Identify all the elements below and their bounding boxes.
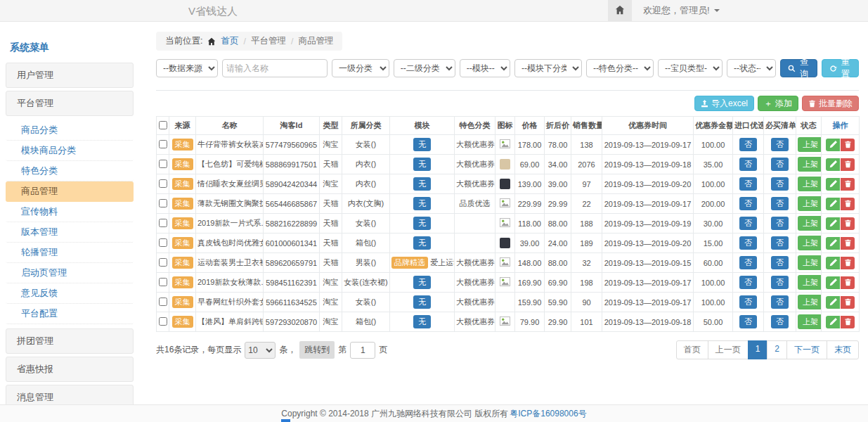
status-button[interactable]: 上架 bbox=[798, 314, 822, 329]
data-source-select[interactable]: --数据来源-- bbox=[156, 59, 218, 77]
row-checkbox[interactable] bbox=[159, 179, 167, 188]
must-buy-badge[interactable]: 否 bbox=[771, 315, 789, 328]
jump-button[interactable]: 跳转到 bbox=[299, 341, 335, 359]
must-buy-badge[interactable]: 否 bbox=[771, 177, 789, 191]
pager-button[interactable]: 末页 bbox=[827, 340, 859, 359]
sidebar-subitem[interactable]: 商品分类 bbox=[6, 120, 134, 141]
status-button[interactable]: 上架 bbox=[798, 216, 822, 231]
sidebar-subitem-active[interactable]: 商品管理 bbox=[6, 181, 134, 202]
home-button[interactable] bbox=[608, 0, 632, 21]
delete-button[interactable] bbox=[841, 198, 855, 210]
imported-badge[interactable]: 否 bbox=[739, 138, 757, 151]
status-button[interactable]: 上架 bbox=[798, 196, 822, 211]
status-button[interactable]: 上架 bbox=[798, 275, 822, 290]
must-buy-badge[interactable]: 否 bbox=[771, 295, 789, 309]
user-menu[interactable]: 欢迎您，管理员! bbox=[632, 4, 727, 17]
edit-button[interactable] bbox=[826, 198, 840, 210]
search-button[interactable]: 查询 bbox=[780, 59, 817, 77]
edit-button[interactable] bbox=[826, 158, 840, 171]
imported-badge[interactable]: 否 bbox=[739, 256, 757, 269]
status-select[interactable]: --状态-- bbox=[727, 59, 776, 77]
delete-button[interactable] bbox=[841, 139, 855, 151]
row-checkbox[interactable] bbox=[159, 160, 167, 168]
status-button[interactable]: 上架 bbox=[798, 295, 822, 309]
sidebar-subitem[interactable]: 宣传物料 bbox=[6, 202, 134, 222]
edit-button[interactable] bbox=[826, 276, 840, 289]
name-input[interactable] bbox=[222, 59, 328, 77]
sidebar-subitem[interactable]: 模块商品分类 bbox=[6, 141, 134, 161]
edit-button[interactable] bbox=[826, 316, 840, 328]
imported-badge[interactable]: 否 bbox=[739, 295, 757, 309]
sidebar-subitem[interactable]: 平台配置 bbox=[6, 304, 134, 324]
sidebar-subitem[interactable]: 特色分类 bbox=[6, 161, 134, 181]
row-checkbox[interactable] bbox=[159, 258, 167, 267]
delete-button[interactable] bbox=[841, 217, 855, 230]
pager-current-page[interactable]: 1 bbox=[748, 340, 768, 359]
select-all-checkbox[interactable] bbox=[159, 121, 167, 129]
icp-link[interactable]: 粤ICP备16098006号 bbox=[510, 408, 586, 420]
edit-button[interactable] bbox=[826, 178, 840, 191]
delete-button[interactable] bbox=[841, 178, 855, 191]
sidebar-subitem[interactable]: 轮播管理 bbox=[6, 243, 134, 263]
sidebar-subitem[interactable]: 启动页管理 bbox=[6, 263, 134, 283]
sidebar-group-1[interactable]: 用户管理 bbox=[6, 63, 134, 88]
row-checkbox[interactable] bbox=[159, 238, 167, 247]
row-checkbox[interactable] bbox=[159, 278, 167, 286]
level2-category-select[interactable]: --二级分类-- bbox=[394, 59, 455, 77]
module-subcategory-select[interactable]: --模块下分类-- bbox=[514, 59, 582, 77]
pager-button[interactable]: 下一页 bbox=[786, 340, 827, 359]
row-checkbox[interactable] bbox=[159, 140, 167, 148]
delete-button[interactable] bbox=[841, 276, 855, 289]
row-checkbox[interactable] bbox=[159, 199, 167, 207]
delete-button[interactable] bbox=[841, 316, 855, 328]
add-button[interactable]: ＋ 添加 bbox=[758, 96, 798, 111]
edit-button[interactable] bbox=[826, 296, 840, 309]
row-checkbox[interactable] bbox=[159, 298, 167, 306]
must-buy-badge[interactable]: 否 bbox=[771, 217, 789, 230]
imported-badge[interactable]: 否 bbox=[739, 158, 757, 171]
must-buy-badge[interactable]: 否 bbox=[771, 276, 789, 289]
edit-button[interactable] bbox=[826, 217, 840, 230]
imported-badge[interactable]: 否 bbox=[739, 236, 757, 250]
status-button[interactable]: 上架 bbox=[798, 137, 822, 152]
page-number-input[interactable] bbox=[350, 342, 375, 359]
sidebar-group-5[interactable]: 消息管理 bbox=[6, 385, 134, 404]
edit-button[interactable] bbox=[826, 257, 840, 269]
row-checkbox[interactable] bbox=[159, 219, 167, 227]
status-button[interactable]: 上架 bbox=[798, 236, 822, 250]
per-page-select[interactable]: 10 bbox=[245, 342, 276, 359]
imported-badge[interactable]: 否 bbox=[739, 276, 757, 289]
row-checkbox[interactable] bbox=[159, 317, 167, 326]
imported-badge[interactable]: 否 bbox=[739, 217, 757, 230]
level1-category-select[interactable]: 一级分类 bbox=[332, 59, 389, 77]
import-excel-button[interactable]: 导入excel bbox=[694, 96, 754, 111]
must-buy-badge[interactable]: 否 bbox=[771, 197, 789, 210]
module-select[interactable]: --模块-- bbox=[460, 59, 510, 77]
sidebar-subitem[interactable]: 意见反馈 bbox=[6, 283, 134, 304]
batch-delete-button[interactable]: 批量删除 bbox=[802, 96, 859, 111]
must-buy-badge[interactable]: 否 bbox=[771, 256, 789, 269]
sidebar-subitem[interactable]: 版本管理 bbox=[6, 222, 134, 243]
breadcrumb-home-link[interactable]: 首页 bbox=[221, 35, 238, 47]
reset-button[interactable]: 重置 bbox=[822, 59, 859, 77]
must-buy-badge[interactable]: 否 bbox=[771, 138, 789, 151]
status-button[interactable]: 上架 bbox=[798, 157, 822, 172]
status-button[interactable]: 上架 bbox=[798, 255, 822, 270]
pager-button[interactable]: 2 bbox=[767, 340, 787, 359]
delete-button[interactable] bbox=[841, 237, 855, 250]
delete-button[interactable] bbox=[841, 257, 855, 269]
sidebar-group-2[interactable]: 平台管理 bbox=[6, 91, 134, 116]
imported-badge[interactable]: 否 bbox=[739, 315, 757, 328]
must-buy-badge[interactable]: 否 bbox=[771, 158, 789, 171]
delete-button[interactable] bbox=[841, 296, 855, 309]
item-type-select[interactable]: --宝贝类型-- bbox=[658, 59, 723, 77]
edit-button[interactable] bbox=[826, 139, 840, 151]
feature-category-select[interactable]: --特色分类-- bbox=[586, 59, 654, 77]
edit-button[interactable] bbox=[826, 237, 840, 250]
imported-badge[interactable]: 否 bbox=[739, 177, 757, 191]
status-button[interactable]: 上架 bbox=[798, 177, 822, 191]
sidebar-group-3[interactable]: 拼团管理 bbox=[6, 328, 134, 354]
must-buy-badge[interactable]: 否 bbox=[771, 236, 789, 250]
delete-button[interactable] bbox=[841, 158, 855, 171]
sidebar-group-4[interactable]: 省惠快报 bbox=[6, 357, 134, 382]
